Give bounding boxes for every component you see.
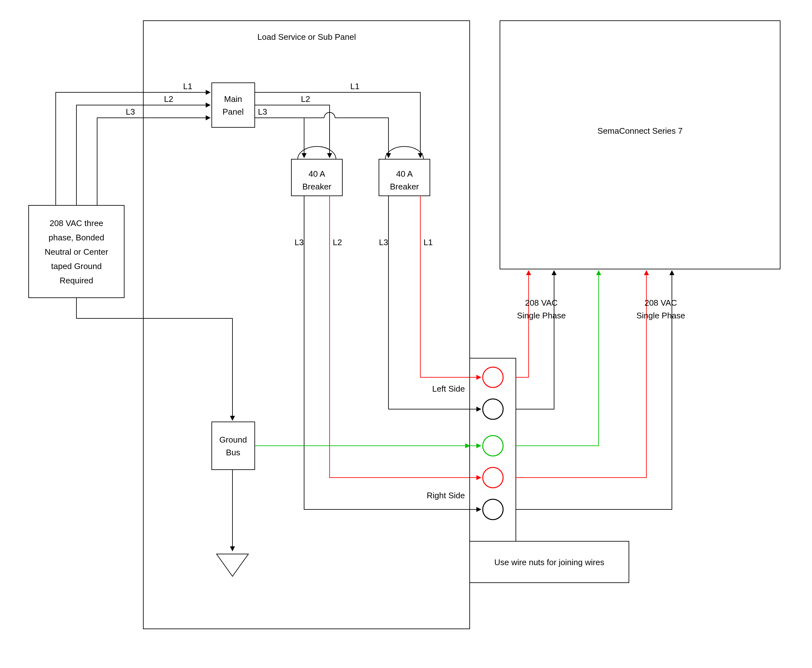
ground-bus-l2: Bus xyxy=(226,448,241,457)
breaker1-label: Breaker xyxy=(302,182,331,191)
label-b1-L3: L3 xyxy=(294,237,304,247)
source-l1: 208 VAC three xyxy=(50,219,104,228)
wire-L3-mp-b1 xyxy=(255,118,304,158)
terminal-5-black xyxy=(483,499,503,519)
breaker2-arc xyxy=(385,147,424,159)
breaker2-label: Breaker xyxy=(390,182,419,191)
sema-label: SemaConnect Series 7 xyxy=(597,126,682,135)
wire-b1-L2-out xyxy=(329,196,469,478)
vac2-l2: Single Phase xyxy=(636,311,685,320)
main-panel-box xyxy=(212,83,255,127)
vac1-l1: 208 VAC xyxy=(525,298,558,307)
main-panel-l1: Main xyxy=(224,94,242,104)
wire-L3-branch-b xyxy=(335,118,388,158)
label-b2-L3: L3 xyxy=(379,237,388,247)
sema-box xyxy=(500,21,780,269)
label-b1-L2: L2 xyxy=(333,237,342,247)
label-L3-mp: L3 xyxy=(258,107,267,117)
terminal-4-red xyxy=(483,468,503,488)
note-text: Use wire nuts for joining wires xyxy=(494,558,604,567)
breaker2-amp: 40 A xyxy=(396,169,413,179)
ground-symbol xyxy=(217,554,248,576)
wiring-diagram: Load Service or Sub Panel 208 VAC three … xyxy=(0,0,812,668)
sub-panel-box xyxy=(143,21,469,629)
terminal-3-green xyxy=(483,436,503,456)
terminal-1-red xyxy=(483,367,503,387)
source-l2: phase, Bonded xyxy=(49,233,104,242)
left-side-label: Left Side xyxy=(432,384,465,394)
wire-t2-up xyxy=(516,271,554,409)
vac2-l1: 208 VAC xyxy=(645,298,677,307)
ground-bus-box xyxy=(212,422,255,469)
label-L1-mp: L1 xyxy=(350,82,359,91)
label-L3-in: L3 xyxy=(126,107,135,117)
breaker1-arc xyxy=(298,147,336,159)
label-b2-L1: L1 xyxy=(424,237,433,247)
label-L2-mp: L2 xyxy=(301,94,310,104)
source-l3: Neutral or Center xyxy=(45,247,108,257)
wire-L3-in xyxy=(97,118,210,205)
terminal-2-black xyxy=(483,399,503,419)
wire-b2-L1-out xyxy=(420,196,469,377)
label-L2-in: L2 xyxy=(164,94,173,104)
source-l4: taped Ground xyxy=(51,261,102,271)
terminal-block xyxy=(469,358,516,541)
label-L1-in: L1 xyxy=(183,82,192,91)
breaker1-amp: 40 A xyxy=(309,169,326,179)
wire-src-ground xyxy=(77,298,232,420)
ground-bus-l1: Ground xyxy=(219,435,247,444)
sub-panel-title: Load Service or Sub Panel xyxy=(257,32,356,42)
wire-t1-up xyxy=(516,271,529,377)
source-l5: Required xyxy=(60,276,93,285)
right-side-label: Right Side xyxy=(427,491,465,500)
main-panel-l2: Panel xyxy=(222,107,244,117)
vac1-l2: Single Phase xyxy=(517,311,566,320)
